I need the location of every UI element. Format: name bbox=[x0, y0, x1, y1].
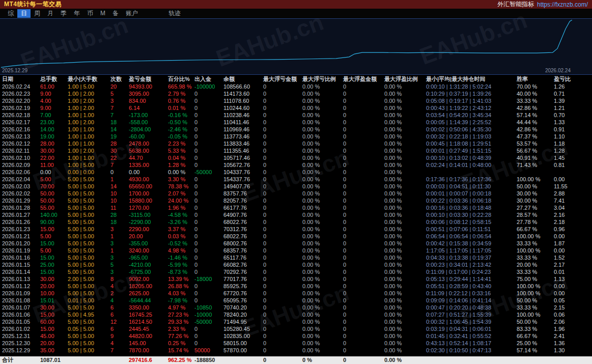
cell-total-lots: 15.00 bbox=[38, 268, 66, 275]
table-row[interactable]: 2026.01.2950.005.00 | 5.001015880.0024.0… bbox=[0, 197, 592, 204]
cell-pl-percent: -3.26 % bbox=[166, 218, 192, 226]
table-row[interactable]: 2026.01.0730.005.00 | 5.0063350.004.97 %… bbox=[0, 304, 592, 311]
cell-balance: 68357.76 bbox=[221, 247, 261, 254]
table-row[interactable]: 2026.02.187.001.00 | 1.007-173.00-0.16 %… bbox=[0, 111, 592, 119]
menu-item-季[interactable]: 季 bbox=[57, 9, 70, 18]
cell-max-float-loss-pct: 0.00 % bbox=[300, 97, 341, 104]
cell-max-float-loss-pct: 0.00 % bbox=[300, 218, 341, 226]
cell-deposit-withdraw: 0 bbox=[192, 254, 221, 261]
cell-hold-time: 0:17:36 | 0:17:36 | 0:17:36 bbox=[424, 176, 515, 183]
total-cell-deposit-withdraw: -188850 bbox=[192, 356, 221, 364]
menu-item-账户[interactable]: 账户 bbox=[122, 9, 142, 18]
table-row[interactable]: 2026.02.1614.001.00 | 1.0014-2804.00-2.4… bbox=[0, 126, 592, 133]
table-row[interactable]: 2026.02.1130.001.00 | 2.00305638.005.33 … bbox=[0, 147, 592, 154]
table-row[interactable]: 2026.01.1615.005.00 | 5.003-965.00-1.46 … bbox=[0, 254, 592, 261]
table-row[interactable]: 2026.01.0815.010.01 | 5.004-5644.44-7.98… bbox=[0, 297, 592, 304]
menu-item-年[interactable]: 年 bbox=[70, 9, 83, 18]
table-row[interactable]: 2026.02.1228.001.00 | 1.00282478.002.23 … bbox=[0, 140, 592, 147]
brand-link[interactable]: https://fxznzb.com/ bbox=[537, 1, 588, 8]
cell-date: 2026.02.16 bbox=[0, 126, 38, 133]
cell-max-float-loss: 0 bbox=[261, 204, 300, 211]
table-row[interactable]: 2026.02.0370.005.00 | 5.001465650.0078.3… bbox=[0, 183, 592, 190]
cell-pl-percent: 2.33 % bbox=[166, 325, 192, 332]
cell-hold-time: 0:00:45 | 1:18:08 | 1:29:51 bbox=[424, 140, 515, 147]
cell-pl-amount: -2804.00 bbox=[127, 126, 166, 133]
table-row[interactable]: 2026.02.199.001.00 | 2.0076.140.01 %0110… bbox=[0, 104, 592, 111]
table-row[interactable]: 2026.02.1723.001.00 | 2.0018-558.00-0.50… bbox=[0, 119, 592, 126]
table-row[interactable]: 2026.01.27140.005.00 | 5.0028-3115.00-4.… bbox=[0, 211, 592, 218]
table-row[interactable]: 2026.01.0215.000.05 | 5.0062445.452.33 %… bbox=[0, 325, 592, 332]
cell-pl-amount: 16745.25 bbox=[127, 311, 166, 318]
cell-max-float-loss-pct: 0.00 % bbox=[300, 240, 341, 247]
table-row[interactable]: 2026.01.215.005.00 | 5.00120.000.03 %068… bbox=[0, 233, 592, 240]
table-row[interactable]: 2026.02.1022.001.00 | 1.002244.700.04 %0… bbox=[0, 154, 592, 161]
menu-bar: 综日周月季年币M备账户轨迹 bbox=[0, 9, 592, 18]
cell-max-float-profit: 0 bbox=[341, 154, 382, 161]
menu-item-轨迹[interactable]: 轨迹 bbox=[165, 9, 184, 18]
cell-pl-amount: -6725.00 bbox=[127, 268, 166, 275]
cell-pl-ratio: 1.33 bbox=[552, 119, 592, 126]
table-row[interactable]: 2026.01.2690.005.00 | 5.0018-2290.00-3.2… bbox=[0, 218, 592, 226]
table-row[interactable]: 2025.12.2935.005.00 | 5.0077870.0015.74 … bbox=[0, 347, 592, 354]
menu-item-日[interactable]: 日 bbox=[17, 9, 31, 18]
table-row[interactable]: 2026.01.195.005.00 | 5.0013240.004.98 %0… bbox=[0, 247, 592, 254]
cell-hold-time: 0:02:30 | 0:10:50 | 0:47:13 bbox=[424, 347, 515, 354]
cell-balance: 77017.76 bbox=[221, 275, 261, 283]
cell-min-max-lots: 0.01 | 5.00 bbox=[66, 297, 108, 304]
cell-date: 2026.01.14 bbox=[0, 268, 38, 275]
table-row[interactable]: 2026.01.1415.005.00 | 5.003-6725.00-8.73… bbox=[0, 268, 592, 275]
table-row[interactable]: 2026.01.0910.005.00 | 5.0022625.004.03 %… bbox=[0, 290, 592, 297]
cell-pl-ratio: 1.36 bbox=[552, 340, 592, 347]
table-row[interactable]: 2026.02.2461.001.00 | 5.002094393.00665.… bbox=[0, 83, 592, 90]
cell-pl-ratio: 2.15 bbox=[552, 304, 592, 311]
table-row[interactable]: 2026.02.060.000.00 | 0.0000.000.00 %-500… bbox=[0, 169, 592, 176]
table-row[interactable]: 2026.02.204.001.00 | 2.003834.000.76 %01… bbox=[0, 97, 592, 104]
table-row[interactable]: 2026.02.0250.005.00 | 5.00101700.002.07 … bbox=[0, 190, 592, 197]
cell-pl-amount: 2625.00 bbox=[127, 290, 166, 297]
cell-balance: 67720.76 bbox=[221, 290, 261, 297]
cell-max-float-profit: 0 bbox=[341, 104, 382, 111]
cell-win-rate: 33.33 % bbox=[515, 240, 552, 247]
cell-max-float-loss-pct: 0.00 % bbox=[300, 233, 341, 240]
table-row[interactable]: 2026.01.1220.005.00 | 5.00418205.0026.88… bbox=[0, 283, 592, 290]
cell-pl-amount: 2290.00 bbox=[127, 226, 166, 233]
table-row[interactable]: 2026.01.2015.005.00 | 5.003-355.00-0.52 … bbox=[0, 240, 592, 247]
menu-item-综[interactable]: 综 bbox=[4, 9, 17, 18]
column-header-balance: 余额 bbox=[221, 75, 261, 83]
cell-pl-ratio: 11.55 bbox=[552, 183, 592, 190]
cell-min-max-lots: 1.00 | 1.00 bbox=[66, 154, 108, 161]
table-row[interactable]: 2025.12.3020.005.00 | 5.004145.000.25 %0… bbox=[0, 340, 592, 347]
cell-deposit-withdraw: 0 bbox=[192, 332, 221, 340]
total-cell-min-max-lots bbox=[66, 356, 108, 364]
table-row[interactable]: 2026.02.045.005.00 | 5.0014930.003.30 %0… bbox=[0, 176, 592, 183]
table-row[interactable]: 2026.01.0560.005.00 | 5.001216214.5029.3… bbox=[0, 318, 592, 325]
cell-pl-ratio: 1.28 bbox=[552, 147, 592, 154]
cell-deposit-withdraw: 0 bbox=[192, 161, 221, 169]
menu-item-币[interactable]: 币 bbox=[83, 9, 97, 18]
cell-pl-percent: -2.46 % bbox=[166, 126, 192, 133]
cell-count: 14 bbox=[108, 126, 127, 133]
table-row[interactable]: 2026.01.1330.002.00 | 5.0089092.0013.39 … bbox=[0, 275, 592, 283]
cell-max-float-profit: 0 bbox=[341, 332, 382, 340]
cell-pl-amount: 5638.00 bbox=[127, 147, 166, 154]
menu-item-M[interactable]: M bbox=[97, 9, 109, 18]
cell-win-rate: 50.00 % bbox=[515, 183, 552, 190]
table-row[interactable]: 2026.02.1319.001.00 | 1.0019-60.00-0.05 … bbox=[0, 133, 592, 140]
cell-deposit-withdraw: 0 bbox=[192, 283, 221, 290]
table-row[interactable]: 2025.12.3145.005.00 | 5.00944820.0077.26… bbox=[0, 332, 592, 340]
table-row[interactable]: 2026.01.2315.005.00 | 5.0032290.003.37 %… bbox=[0, 226, 592, 233]
table-row[interactable]: 2026.01.0615.005.00 | 4.95616745.2527.23… bbox=[0, 311, 592, 318]
table-row[interactable]: 2026.02.239.001.00 | 2.0053095.002.79 %0… bbox=[0, 90, 592, 97]
table-row[interactable]: 2026.01.1525.005.00 | 5.005-4210.00-5.99… bbox=[0, 261, 592, 268]
cell-date: 2026.01.29 bbox=[0, 197, 38, 204]
table-row[interactable]: 2026.01.2855.005.00 | 5.00111270.001.96 … bbox=[0, 204, 592, 211]
cell-min-max-lots: 5.00 | 5.00 bbox=[66, 254, 108, 261]
cell-max-float-profit: 0 bbox=[341, 325, 382, 332]
cell-pl-percent: 78.38 % bbox=[166, 183, 192, 190]
menu-item-月[interactable]: 月 bbox=[44, 9, 57, 18]
table-row[interactable]: 2026.02.0911.001.00 | 5.0071335.001.28 %… bbox=[0, 161, 592, 169]
menu-item-周[interactable]: 周 bbox=[31, 9, 44, 18]
menu-item-备[interactable]: 备 bbox=[109, 9, 122, 18]
cell-pl-percent: 13.39 % bbox=[166, 275, 192, 283]
cell-min-max-lots: 5.00 | 5.00 bbox=[66, 268, 108, 275]
